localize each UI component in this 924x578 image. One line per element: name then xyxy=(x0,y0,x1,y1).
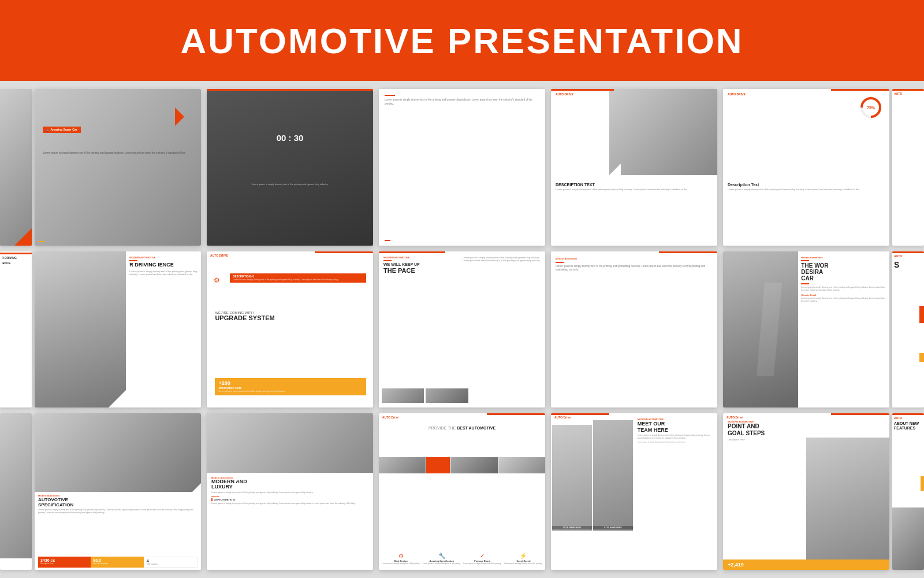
slide-r2c1: Modern Automotive R DRIVING IENCE Lorem … xyxy=(35,251,201,408)
slide-r2c2-desc-box: DESCRIPTION #1 Lorem ipsum is simply dum… xyxy=(230,273,366,283)
slide-r1c3-red-bar xyxy=(385,95,395,96)
slide-r3c5-top-bar xyxy=(831,413,889,415)
slide-r2c5-t2: DESIRA xyxy=(801,269,823,275)
slide-r3c5-person xyxy=(806,438,889,560)
slide-r3c1-stat2-label: Fuel Tank Capacity xyxy=(93,562,141,565)
slide-r3c3-logo: AUTO Drive xyxy=(382,416,398,419)
slide-r3c5-logo: AUTO Drive xyxy=(726,416,743,419)
slide-r3c2-aspect-label: ASPECTERATIO #1 xyxy=(211,498,368,501)
slide-r2c4-inner: Modern Automotive Lorem ipsum is simply … xyxy=(551,251,717,408)
slide-r3c3-icons: ⚙ Best Design Lorem ipsum is simply dumm… xyxy=(382,553,542,565)
slide-r1c4-red-bar xyxy=(551,89,614,91)
slide-r2c2-desc-text: Lorem ipsum is simply dummy text of the … xyxy=(233,279,363,281)
slide-r2c3-title-l1: WE WILL KEEP UP xyxy=(383,262,459,267)
slide-r1c5-circle: 75% xyxy=(859,96,882,119)
slide-r3c4-sub: Lorem ipsum is simply dummy text of the … xyxy=(638,441,714,443)
slide-r2c3-right-text: Lorem ipsum is simply dummy text of the … xyxy=(463,256,542,262)
slide-r3c5-title: POINT AND GOAL STEPS xyxy=(728,423,806,436)
slide-r3c1-content: Modern Automotive AUTOVOTIVESPECIFICATIO… xyxy=(35,492,201,570)
slide-r1c1-tag-text: Amazing Super Car xyxy=(50,128,77,131)
slide-r1c2-subtitle: Lorem ipsum is simply dummy text of the … xyxy=(215,183,364,186)
slide-r3c3-icon1-text: Lorem ipsum is simply dummy text of the … xyxy=(382,563,420,565)
slide-r1c3-inner: Lorem ipsum is simply dummy text of the … xyxy=(379,89,545,246)
slide-r3c5-t2: GOAL STEPS xyxy=(728,430,765,436)
slide-r2c2-desc-label: DESCRIPTION #1 xyxy=(233,275,363,278)
slide-r1c1-accent xyxy=(38,241,45,242)
slide-r1c2-top-line xyxy=(207,89,373,91)
slide-r3c3-cars-band xyxy=(379,457,545,473)
slide-r3c3-icon4: ⚡ Higest Speed Lorem ipsum is simply dum… xyxy=(504,553,543,565)
slide-r1c2-bg xyxy=(207,89,373,246)
slide-r2c2-cta-label: Description Here xyxy=(218,386,363,390)
slide-r2c2-cta-num: +200 xyxy=(218,380,363,386)
slide-r3c1-stat3-val: 4 xyxy=(147,559,195,563)
slide-r2c5: Modern Automotive THE WOR DESIRA CAR Lor… xyxy=(723,251,889,408)
slide-r1c1: 🚗 Amazing Super Car Lorem ipsum is simpl… xyxy=(35,89,201,246)
slide-r1c1-text: Lorem ipsum is simply dummy text of the … xyxy=(43,151,192,155)
slide-r2c5-text: Modern Automotive THE WOR DESIRA CAR Lor… xyxy=(801,256,886,303)
partial-right-slide-3: AUTO ABOUT NEWFEATURES xyxy=(892,413,924,570)
slide-r3c3-icon4-sym: ⚡ xyxy=(504,553,543,559)
slide-r3c3-icon1-sym: ⚙ xyxy=(382,553,420,559)
slide-r1c5-content: Description Text Lorem ipsum is simply d… xyxy=(728,183,885,191)
slide-r1c4-desc: Lorem ipsum is simply dummy text of the … xyxy=(556,188,713,191)
slide-r3c1: Modern Automotive AUTOVOTIVESPECIFICATIO… xyxy=(35,413,201,570)
slide-r2c2-cta-text: Lorem ipsum is simply dummy text of the … xyxy=(218,390,363,393)
slide-r2c2-logo: AUTO Drive xyxy=(210,254,228,257)
slide-r3c5-stat: +2,419 xyxy=(728,562,744,568)
slide-r2c2: AUTO Drive ⚙ DESCRIPTION #1 Lorem ipsum … xyxy=(207,251,373,408)
slide-r2c3: Modern Automotive WE WILL KEEP UP THE PA… xyxy=(379,251,545,408)
slide-r1c3: Lorem ipsum is simply dummy text of the … xyxy=(379,89,545,246)
slide-r1c1-desc: Lorem ipsum is simply dummy text of the … xyxy=(43,151,192,155)
slide-r3c1-stat1-label: Description Here xyxy=(40,562,88,565)
slide-r3c2-car xyxy=(207,413,373,473)
slide-r1c1-triangle xyxy=(175,108,184,126)
gear-icon: ⚙ xyxy=(214,276,220,284)
slide-r3c1-stat2-val: 90.0 xyxy=(93,558,141,562)
slide-r3c3-car1 xyxy=(379,457,426,473)
slide-r3c4-person2: STYL NAME HERE xyxy=(593,420,633,531)
slide-r1c3-bottom-red xyxy=(385,240,390,241)
slide-r3c3-car2 xyxy=(450,457,497,473)
slide-r3c1-stat2: 90.0 Fuel Tank Capacity xyxy=(91,557,143,568)
slide-r3c3-icon2-sym: 🔧 xyxy=(423,553,461,559)
slide-r3c3-icon2-text: Lorem ipsum is simply dummy text of the … xyxy=(423,563,461,565)
partial-right-column: AUTO AUTO S AUTO ABOUT NEWFEATURES xyxy=(892,89,924,570)
slide-r2c2-title-line2: UPGRADE SYSTEM xyxy=(215,314,366,321)
slide-r1c4: AUTO Drive Description Text Lorem ipsum … xyxy=(551,89,717,246)
slide-r2c5-detail-label: Classic Detail xyxy=(801,294,886,297)
partial-left-column: R DRIVING IENCE xyxy=(0,89,32,570)
slide-r2c1-title-text: R DRIVING IENCE xyxy=(129,262,174,268)
slide-r2c3-cars xyxy=(382,388,468,403)
slide-r1c4-car-img xyxy=(609,89,717,175)
slide-r2c3-brand: Modern Automotive xyxy=(383,256,459,259)
partial-left-slide-2: R DRIVING IENCE xyxy=(0,251,32,408)
slide-r1c5-percent: 75% xyxy=(867,106,875,110)
slide-r2c3-top-bar xyxy=(379,251,445,253)
slide-r1c5-top-bar xyxy=(831,89,889,91)
slide-r3c1-body: Lorem ipsum is simply dummy text of the … xyxy=(38,509,198,514)
slide-r2c5-brand: Modern Automotive xyxy=(801,256,886,259)
slide-r3c2-title: MODERN AND LUXURY xyxy=(211,479,368,491)
slides-grid: 🚗 Amazing Super Car Lorem ipsum is simpl… xyxy=(0,81,924,578)
slide-r3c3-icon3-text: Lorem ipsum is simply dummy text of the … xyxy=(463,563,502,565)
slide-r2c3-divider xyxy=(383,260,392,261)
slide-r3c5: AUTO Drive Modern Automotive POINT AND G… xyxy=(723,413,889,570)
slide-r3c1-stat1: 3436 cc Description Here xyxy=(38,557,91,568)
slide-r3c1-title: AUTOVOTIVESPECIFICATION xyxy=(38,497,198,507)
partial-right-slide-1: AUTO xyxy=(892,89,924,246)
slide-r3c4-p1-name: TITLE NAME HERE xyxy=(552,526,592,529)
slide-r3c4: AUTO Drive TITLE NAME HERE STYL NAME HER… xyxy=(551,413,717,570)
slide-r3c4-person1: TITLE NAME HERE xyxy=(552,425,592,531)
slide-r3c3-icon2: 🔧 Amazing Specification Lorem ipsum is s… xyxy=(423,553,461,565)
slide-r2c5-divider xyxy=(801,260,809,261)
slide-r3c5-bottom: +2,419 xyxy=(723,560,889,570)
slide-r2c3-car2 xyxy=(426,388,468,403)
slide-r3c5-desc-label: Description Here xyxy=(728,438,806,441)
slide-r2c3-right-desc: Lorem ipsum is simply dummy text of the … xyxy=(463,256,542,262)
slide-r2c5-t1: THE WOR xyxy=(801,262,828,269)
slide-r3c3-header-bold: BEST AUTOMOTIVE xyxy=(457,426,495,430)
slide-r3c3-car3 xyxy=(498,457,545,473)
slide-r3c3-header-normal: PROVIDE THE xyxy=(429,426,457,430)
slide-r2c1-divider xyxy=(129,260,137,261)
